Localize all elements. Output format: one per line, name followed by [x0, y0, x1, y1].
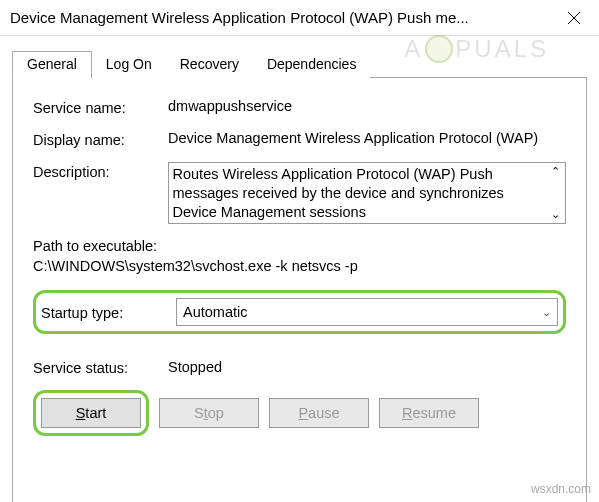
description-label: Description:: [33, 162, 168, 180]
service-name-label: Service name:: [33, 98, 168, 116]
window-title: Device Management Wireless Application P…: [10, 9, 549, 26]
row-service-status: Service status: Stopped: [33, 358, 566, 376]
display-name-value: Device Management Wireless Application P…: [168, 130, 566, 146]
row-path: Path to executable: C:\WINDOWS\system32\…: [33, 238, 566, 274]
tab-dependencies[interactable]: Dependencies: [253, 51, 371, 78]
row-startup-type: Startup type: Automatic ⌄: [33, 290, 566, 334]
service-button-row: Start Stop Pause Resume: [33, 390, 566, 436]
tab-content-general: Service name: dmwappushservice Display n…: [12, 78, 587, 502]
row-description: Description: Routes Wireless Application…: [33, 162, 566, 224]
display-name-label: Display name:: [33, 130, 168, 148]
path-label: Path to executable:: [33, 238, 566, 254]
service-status-label: Service status:: [33, 358, 168, 376]
path-value: C:\WINDOWS\system32\svchost.exe -k netsv…: [33, 258, 566, 274]
row-service-name: Service name: dmwappushservice: [33, 98, 566, 116]
window-titlebar: Device Management Wireless Application P…: [0, 0, 599, 36]
description-scrollbar[interactable]: ⌃ ⌄: [545, 163, 565, 223]
start-button-highlight: Start: [33, 390, 149, 436]
start-button[interactable]: Start: [41, 398, 141, 428]
startup-type-value: Automatic: [183, 304, 247, 320]
tab-general[interactable]: General: [12, 51, 92, 79]
close-icon: [568, 12, 580, 24]
stop-button: Stop: [159, 398, 259, 428]
startup-type-label: Startup type:: [41, 303, 176, 321]
close-button[interactable]: [549, 0, 599, 36]
pause-button: Pause: [269, 398, 369, 428]
tab-log-on[interactable]: Log On: [92, 51, 166, 78]
scroll-up-icon[interactable]: ⌃: [547, 165, 563, 178]
startup-type-select[interactable]: Automatic ⌄: [176, 298, 558, 326]
chevron-down-icon: ⌄: [542, 306, 551, 319]
service-name-value: dmwappushservice: [168, 98, 566, 114]
resume-button: Resume: [379, 398, 479, 428]
tab-row: General Log On Recovery Dependencies: [12, 48, 587, 78]
scroll-down-icon[interactable]: ⌄: [547, 208, 563, 221]
description-text: Routes Wireless Application Protocol (WA…: [169, 163, 546, 223]
service-status-value: Stopped: [168, 359, 566, 375]
tab-recovery[interactable]: Recovery: [166, 51, 253, 78]
row-display-name: Display name: Device Management Wireless…: [33, 130, 566, 148]
description-box: Routes Wireless Application Protocol (WA…: [168, 162, 567, 224]
